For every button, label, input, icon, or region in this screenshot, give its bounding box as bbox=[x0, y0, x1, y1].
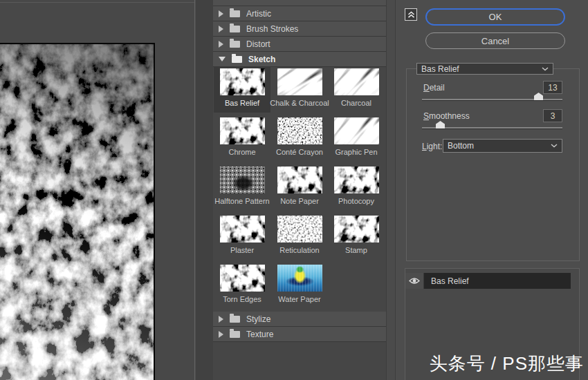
filter-cell-charcoal[interactable]: Charcoal bbox=[328, 67, 385, 113]
filter-thumbnail-label: Charcoal bbox=[341, 99, 371, 107]
filter-cell-halftone-pattern[interactable]: Halftone Pattern bbox=[214, 165, 270, 211]
detail-value: 13 bbox=[548, 83, 557, 93]
detail-label: Detail bbox=[423, 83, 445, 93]
note-paper-thumbnail[interactable] bbox=[277, 167, 322, 193]
filter-list-scrollbar[interactable] bbox=[386, 0, 396, 380]
smoothness-value-field[interactable]: 3 bbox=[543, 109, 562, 122]
light-select-value: Bottom bbox=[448, 141, 474, 151]
filter-cell-graphic-pen[interactable]: Graphic Pen bbox=[328, 116, 385, 162]
filter-thumbnail-label: Chalk & Charcoal bbox=[270, 99, 329, 107]
smoothness-slider[interactable] bbox=[422, 127, 562, 129]
category-label: Sketch bbox=[248, 55, 275, 64]
filter-cell-photocopy[interactable]: Photocopy bbox=[328, 165, 385, 211]
category-texture[interactable]: Texture bbox=[213, 327, 386, 342]
filter-thumbnail-label: Halftone Pattern bbox=[214, 197, 270, 205]
water-paper-thumbnail[interactable] bbox=[277, 265, 322, 292]
cancel-button-label: Cancel bbox=[481, 36, 509, 46]
filter-cell-conte-crayon[interactable]: Conté Crayon bbox=[271, 116, 328, 162]
conte-crayon-thumbnail[interactable] bbox=[277, 117, 322, 144]
filter-thumbnail-label: Conté Crayon bbox=[276, 148, 323, 156]
filter-cell-water-paper[interactable]: Water Paper bbox=[271, 263, 328, 309]
photocopy-thumbnail[interactable] bbox=[334, 167, 379, 193]
detail-slider[interactable] bbox=[422, 99, 562, 101]
expand-arrow-icon[interactable] bbox=[219, 316, 223, 323]
visibility-toggle[interactable] bbox=[405, 273, 424, 289]
pane-gutter bbox=[196, 0, 213, 380]
charcoal-thumbnail[interactable] bbox=[334, 68, 379, 95]
chrome-thumbnail[interactable] bbox=[220, 117, 265, 144]
filter-cell-note-paper[interactable]: Note Paper bbox=[271, 165, 328, 211]
sketch-filter-grid: Bas Relief Chalk & Charcoal Charcoal Chr… bbox=[213, 67, 386, 312]
watermark-text: 头条号 / PS那些事 bbox=[430, 352, 584, 376]
filter-settings-group bbox=[406, 68, 580, 261]
settings-pane: OK Cancel Bas Relief Detail 13 Smoothnes… bbox=[396, 0, 588, 380]
folder-icon bbox=[230, 10, 240, 17]
category-artistic[interactable]: Artistic bbox=[213, 6, 386, 21]
filter-thumbnail-label: Water Paper bbox=[278, 295, 320, 303]
detail-value-field[interactable]: 13 bbox=[543, 81, 562, 94]
eye-icon bbox=[409, 277, 420, 285]
chevron-down-icon bbox=[542, 67, 549, 71]
applied-filter-row[interactable]: Bas Relief bbox=[405, 273, 571, 289]
light-label-rest: ight: bbox=[427, 142, 443, 151]
graphic-pen-thumbnail[interactable] bbox=[334, 117, 379, 144]
filter-select-value: Bas Relief bbox=[421, 64, 459, 74]
filter-preview-image[interactable] bbox=[0, 43, 155, 380]
light-label: Light: bbox=[422, 142, 442, 151]
expand-arrow-icon[interactable] bbox=[219, 331, 223, 338]
filter-cell-bas-relief[interactable]: Bas Relief bbox=[214, 67, 270, 113]
smoothness-label: Smoothness bbox=[423, 111, 470, 121]
filter-cell-reticulation[interactable]: Reticulation bbox=[271, 214, 328, 260]
category-stylize[interactable]: Stylize bbox=[213, 312, 386, 327]
filter-thumbnail-label: Chrome bbox=[228, 148, 255, 156]
halftone-pattern-thumbnail[interactable] bbox=[220, 167, 265, 193]
preview-pane bbox=[0, 0, 195, 380]
ok-button-label: OK bbox=[489, 12, 502, 22]
ok-button[interactable]: OK bbox=[425, 8, 565, 26]
filter-thumbnail-label: Stamp bbox=[345, 246, 367, 254]
dialog-frame-line bbox=[0, 2, 194, 3]
cancel-button[interactable]: Cancel bbox=[425, 32, 565, 49]
filter-thumbnail-label: Bas Relief bbox=[225, 99, 259, 107]
filter-cell-plaster[interactable]: Plaster bbox=[214, 214, 270, 260]
expand-arrow-icon[interactable] bbox=[219, 26, 223, 32]
plaster-thumbnail[interactable] bbox=[220, 216, 265, 243]
category-brush-strokes[interactable]: Brush Strokes bbox=[213, 21, 386, 37]
folder-icon bbox=[230, 331, 240, 338]
collapse-arrow-icon[interactable] bbox=[219, 57, 226, 61]
smoothness-label-accesskey: S bbox=[423, 111, 429, 121]
filter-thumbnail-label: Graphic Pen bbox=[335, 148, 377, 156]
filter-cell-torn-edges[interactable]: Torn Edges bbox=[214, 263, 270, 309]
filter-category-list: Artistic Brush Strokes Distort Sketch Ba… bbox=[213, 0, 386, 380]
light-label-accesskey: L bbox=[422, 142, 427, 151]
filter-thumbnail-label: Plaster bbox=[230, 246, 254, 254]
chalk-charcoal-thumbnail[interactable] bbox=[277, 68, 322, 95]
filter-cell-chalk-charcoal[interactable]: Chalk & Charcoal bbox=[271, 67, 328, 113]
filter-thumbnail-label: Torn Edges bbox=[223, 295, 261, 303]
chevron-down-icon bbox=[551, 144, 558, 148]
category-label: Texture bbox=[246, 330, 273, 339]
folder-icon bbox=[230, 26, 240, 32]
bas-relief-thumbnail[interactable] bbox=[220, 68, 265, 95]
detail-label-rest: etail bbox=[430, 83, 445, 93]
list-top-edge bbox=[213, 0, 386, 6]
filter-thumbnail-label: Note Paper bbox=[280, 197, 319, 205]
open-folder-icon bbox=[232, 56, 242, 63]
torn-edges-thumbnail[interactable] bbox=[220, 265, 265, 292]
filter-select-dropdown[interactable]: Bas Relief bbox=[416, 63, 553, 75]
category-sketch[interactable]: Sketch bbox=[213, 52, 386, 67]
smoothness-label-rest: moothness bbox=[429, 111, 470, 121]
light-select-dropdown[interactable]: Bottom bbox=[443, 139, 562, 153]
category-label: Artistic bbox=[246, 9, 271, 19]
filter-cell-chrome[interactable]: Chrome bbox=[214, 116, 270, 162]
detail-label-accesskey: D bbox=[423, 83, 430, 93]
collapse-thumbnails-button[interactable] bbox=[405, 8, 417, 21]
category-distort[interactable]: Distort bbox=[213, 37, 386, 52]
double-chevron-up-icon bbox=[407, 11, 415, 19]
expand-arrow-icon[interactable] bbox=[219, 41, 223, 48]
filter-cell-stamp[interactable]: Stamp bbox=[328, 214, 385, 260]
reticulation-thumbnail[interactable] bbox=[277, 216, 322, 243]
bas-relief-preview-texture bbox=[0, 44, 154, 380]
expand-arrow-icon[interactable] bbox=[219, 10, 223, 17]
stamp-thumbnail[interactable] bbox=[334, 216, 379, 243]
